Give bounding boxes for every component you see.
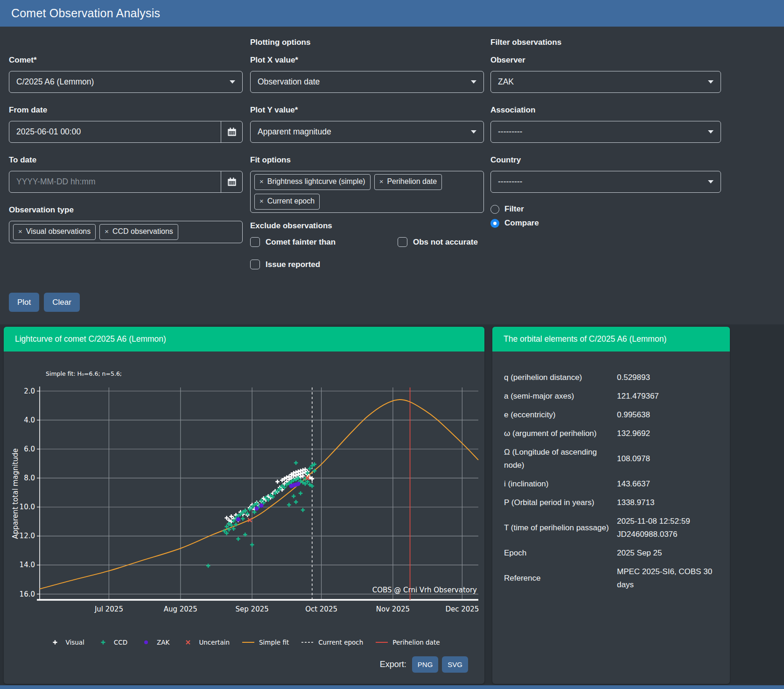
legend-marker-icon <box>301 639 314 646</box>
watermark: COBS @ Crni Vrh Observatory <box>372 586 477 594</box>
next-section-header-edge <box>0 685 784 689</box>
exclude-observations-label: Exclude observations <box>250 220 484 231</box>
association-label: Association <box>490 105 721 115</box>
data-point <box>299 491 303 495</box>
export-png-button[interactable]: PNG <box>412 656 439 673</box>
data-point <box>266 498 270 502</box>
data-point <box>294 473 298 478</box>
plot-y-select[interactable]: Apparent magnitude <box>250 121 484 143</box>
observation-type-chip[interactable]: ×CCD observations <box>99 224 178 240</box>
chip-remove-icon[interactable]: × <box>259 176 264 187</box>
x-tick-label: Dec 2025 <box>445 605 479 613</box>
checkbox-issue-reported[interactable] <box>250 260 260 269</box>
data-point <box>236 537 240 541</box>
observer-select[interactable]: ZAK <box>490 71 721 93</box>
data-point <box>259 504 263 508</box>
checkbox-comet-fainter-than[interactable] <box>250 237 260 247</box>
to-date-input[interactable] <box>9 171 221 192</box>
exclude-checkbox-item: Issue reported <box>250 260 398 269</box>
data-point <box>306 480 310 484</box>
row-label: i (inclination) <box>504 478 617 491</box>
plot-x-select-value: Observation date <box>258 77 466 87</box>
form-actions: Plot Clear <box>9 293 243 312</box>
radio-compare[interactable] <box>490 219 499 228</box>
x-tick-label: Oct 2025 <box>305 605 337 613</box>
legend-marker-icon <box>375 639 388 646</box>
export-svg-button[interactable]: SVG <box>442 656 468 673</box>
row-label: a (semi-major axes) <box>504 390 617 403</box>
table-row: Ω (Longitude of ascending node)108.0978 <box>504 443 721 475</box>
export-row: Export: PNG SVG <box>380 656 468 673</box>
y-tick-label: 4.0 <box>24 416 35 424</box>
fit-option-chip[interactable]: ×Brightness lightcurve (simple) <box>254 174 371 190</box>
legend-item-visual: Visual <box>49 639 84 646</box>
legend-item-zak: ZAK <box>140 639 169 646</box>
country-select[interactable]: --------- <box>490 171 721 193</box>
chip-remove-icon[interactable]: × <box>105 226 109 237</box>
orbital-elements-table: q (perihelion distance)0.529893a (semi-m… <box>492 368 730 594</box>
legend-label: Uncertain <box>199 639 230 646</box>
row-value: 2025-11-08 12:52:59JD2460988.0376 <box>617 515 721 541</box>
row-label: Ω (Longitude of ascending node) <box>504 446 617 472</box>
chip-remove-icon[interactable]: × <box>379 176 384 187</box>
y-tick-label: 8.0 <box>24 474 35 482</box>
calendar-button[interactable] <box>221 121 242 142</box>
legend-label: Current epoch <box>318 639 363 646</box>
data-point <box>296 482 301 486</box>
row-label: Reference <box>504 572 617 585</box>
comet-label: Comet* <box>9 55 243 65</box>
chip-remove-icon[interactable]: × <box>259 196 264 206</box>
calendar-button[interactable] <box>221 171 242 192</box>
plot-x-select[interactable]: Observation date <box>250 71 484 93</box>
legend-marker-icon <box>140 639 153 646</box>
plot-button[interactable]: Plot <box>9 293 39 312</box>
clear-button[interactable]: Clear <box>44 293 80 312</box>
table-row: P (Orbital period in years)1338.9713 <box>504 493 721 512</box>
y-tick-label: 10.0 <box>20 503 35 511</box>
row-label: Epoch <box>504 547 617 560</box>
data-point <box>259 499 264 503</box>
plotting-options-heading: Plotting options <box>250 37 484 48</box>
data-point <box>224 516 229 520</box>
observer-select-value: ZAK <box>498 77 703 87</box>
data-point <box>250 543 254 547</box>
data-point <box>308 467 312 471</box>
data-point <box>250 505 254 509</box>
plot-y-select-value: Apparent magnitude <box>258 127 466 137</box>
comet-select[interactable]: C/2025 A6 (Lemmon) <box>9 71 243 93</box>
table-row: T (time of perihelion passage)2025-11-08… <box>504 512 721 544</box>
country-label: Country <box>490 155 721 165</box>
legend-marker-icon <box>242 639 255 646</box>
checkbox-obs-not-accurate[interactable] <box>398 237 407 247</box>
observation-type-chipbox[interactable]: ×Visual observations×CCD observations <box>9 221 243 243</box>
observation-type-chip[interactable]: ×Visual observations <box>13 224 96 240</box>
fit-options-chipbox[interactable]: ×Brightness lightcurve (simple)×Periheli… <box>250 171 484 213</box>
data-point <box>224 525 229 529</box>
simple-fit-line <box>40 400 478 589</box>
chevron-down-icon <box>708 180 714 183</box>
filter-observations-heading: Filter observations <box>490 37 721 48</box>
checkbox-label: Issue reported <box>266 260 320 269</box>
fit-option-chip[interactable]: ×Current epoch <box>254 194 320 210</box>
app-header: Comet Observation Analysis <box>0 0 784 27</box>
from-date-input[interactable] <box>9 121 221 142</box>
radio-filter[interactable] <box>490 205 499 214</box>
country-select-value: --------- <box>498 177 703 187</box>
row-label: T (time of perihelion passage) <box>504 521 617 534</box>
chip-remove-icon[interactable]: × <box>18 226 22 237</box>
fit-option-chip[interactable]: ×Perihelion date <box>374 174 442 190</box>
row-value: 143.6637 <box>617 478 721 491</box>
row-value: 132.9692 <box>617 427 721 440</box>
chart-legend: VisualCCDZAKUncertainSimple fitCurrent e… <box>4 639 484 646</box>
chevron-down-icon <box>708 80 714 84</box>
association-select[interactable]: --------- <box>490 121 721 143</box>
y-tick-label: 16.0 <box>20 590 35 598</box>
row-value: 0.529893 <box>617 371 721 384</box>
form-column-filter: Filter observations Observer ZAK Associa… <box>490 27 721 228</box>
form-column-comet: Comet* C/2025 A6 (Lemmon) From date To d… <box>9 27 243 312</box>
table-row: e (eccentricity)0.995638 <box>504 406 721 424</box>
data-point <box>294 461 298 465</box>
data-point <box>282 482 287 486</box>
exclude-checkbox-group: Comet fainter thanObs not accurateIssue … <box>250 237 484 269</box>
checkbox-label: Obs not accurate <box>413 238 478 247</box>
